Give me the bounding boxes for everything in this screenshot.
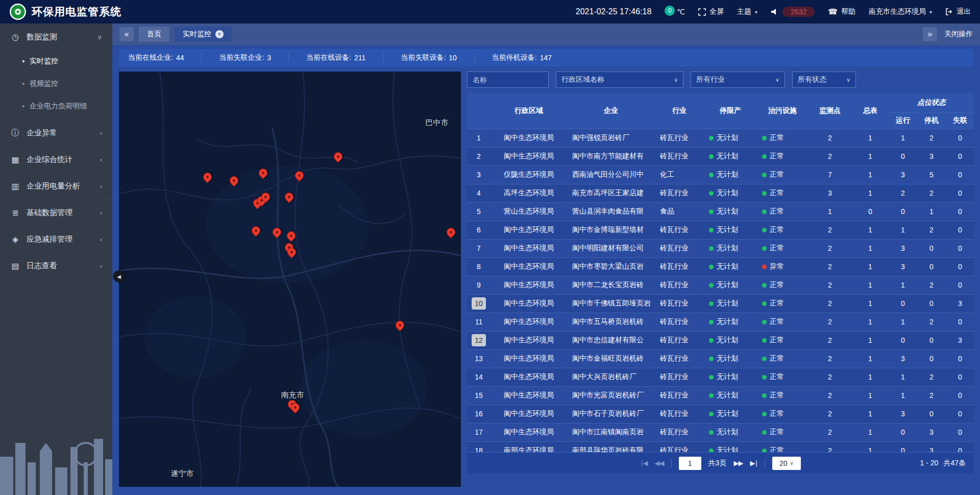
double-chevron-right-icon: »	[928, 30, 933, 39]
cell-region: 阆中生态环境局	[491, 386, 567, 405]
fullscreen-button[interactable]: 全屏	[698, 7, 724, 16]
map-pin[interactable]	[285, 193, 294, 202]
cell-offline: 0	[946, 147, 974, 166]
map-pin[interactable]	[203, 173, 212, 182]
map-canvas[interactable]: 巴中市南充市遂宁市	[119, 72, 461, 487]
map-pin-icon	[271, 226, 283, 239]
prev-page-button[interactable]: ◀◀	[655, 459, 664, 467]
map-pin[interactable]	[287, 248, 297, 257]
help-button[interactable]: ☎ 帮助	[828, 7, 855, 16]
theme-menu[interactable]: 主题 ▾	[737, 7, 757, 16]
table-row[interactable]: 9阆中生态环境局阆中市二龙长宝页岩砖砖瓦行业无计划正常21120	[467, 276, 974, 294]
cell-offline: 0	[946, 349, 974, 368]
table-row[interactable]: 17阆中生态环境局阆中市江南镇阆南页岩砖瓦行业无计划正常21030	[467, 423, 974, 441]
page-size-select[interactable]: 20 ∨	[772, 457, 801, 470]
last-page-button[interactable]: ▶∣	[750, 459, 757, 467]
cell-industry: 砖瓦行业	[655, 129, 704, 147]
cell-running: 1	[889, 313, 917, 331]
sidebar-item-enterprise-statistics[interactable]: ▦企业综合统计‹	[0, 146, 112, 173]
table-row[interactable]: 6阆中生态环境局阆中市金博瑞新型墙材砖瓦行业无计划正常21120	[467, 221, 974, 239]
map-collapse-button[interactable]: ◀	[113, 271, 125, 282]
status-dot	[709, 320, 714, 324]
next-page-button[interactable]: ▶▶	[733, 459, 743, 467]
tab-realtime-monitor[interactable]: 实时监控 ×	[175, 27, 232, 42]
table-row[interactable]: 15阆中生态环境局阆中市光富页岩机砖厂砖瓦行业无计划正常21120	[467, 386, 974, 405]
table-row[interactable]: 11阆中生态环境局阆中市五马桥页岩机砖砖瓦行业无计划正常21120	[467, 313, 974, 331]
cell-region: 阆中生态环境局	[491, 221, 567, 239]
logout-button[interactable]: 退出	[945, 7, 971, 16]
status-select[interactable]: 所有状态 ∨	[792, 72, 856, 88]
map-pin[interactable]	[252, 226, 261, 235]
city-skyline-decoration	[0, 398, 112, 495]
map-wrap: 巴中市南充市遂宁市 ◀	[119, 72, 461, 487]
table-row[interactable]: 5营山生态环境局营山县润丰肉食品有限食品无计划正常10010	[467, 202, 974, 221]
industry-select-value: 所有行业	[696, 75, 725, 84]
map-pin[interactable]	[291, 403, 300, 412]
sidebar-item-base-data-management[interactable]: ≣基础数据管理‹	[0, 199, 112, 226]
status-dot	[762, 228, 767, 232]
table-row[interactable]: 14阆中生态环境局阆中大兴页岩机砖厂砖瓦行业无计划正常21120	[467, 368, 974, 386]
table-row[interactable]: 2阆中生态环境局阆中市南方节能建材有砖瓦行业无计划正常21030	[467, 147, 974, 166]
sidebar-item-enterprise-abnormal[interactable]: ⓘ企业异常‹	[0, 120, 112, 146]
company-table-card: 行政区域 企业 行业 停限产 治污设施 监测点 总表 点位状态	[467, 93, 974, 474]
table-row[interactable]: 3仪陇生态环境局西南油气田分公司川中化工无计划正常71350	[467, 166, 974, 184]
sidebar-subitem-video-monitor[interactable]: 视频监控	[0, 73, 112, 95]
table-row[interactable]: 4高坪生态环境局南充市高坪区王家店建砖瓦行业无计划正常31220	[467, 184, 974, 202]
map-roads-decoration	[119, 72, 461, 487]
sidebar-item-emergency-reduction[interactable]: ◈应急减排管理‹	[0, 226, 112, 252]
tabs-scroll-left-button[interactable]: «	[119, 27, 134, 41]
content-area: 巴中市南充市遂宁市 ◀ 行政区域名称 ∨	[112, 66, 980, 495]
map-pin[interactable]	[447, 228, 456, 237]
sidebar-subitem-power-load-detail[interactable]: 企业电力负荷明细	[0, 95, 112, 117]
cell-company: 阆中市二龙长宝页岩砖	[567, 276, 655, 294]
cell-company: 阆中市金福旺页岩机砖	[567, 349, 655, 368]
map-pin[interactable]	[287, 231, 296, 241]
app-logo-icon	[9, 3, 27, 20]
page-number-input[interactable]: 1	[679, 457, 701, 470]
cell-company: 南充市高坪区王家店建	[567, 184, 655, 202]
org-menu[interactable]: 南充市生态环境局 ▾	[869, 7, 932, 16]
table-row[interactable]: 12阆中生态环境局阆中市忠信建材有限公砖瓦行业无计划正常21003	[467, 331, 974, 349]
table-row[interactable]: 10阆中生态环境局阆中市千佛镇五郎垭页岩砖瓦行业无计划正常21003	[467, 294, 974, 313]
cell-limit-status: 无计划	[704, 423, 757, 441]
sidebar-subitem-realtime-monitor[interactable]: 实时监控	[0, 50, 112, 73]
cell-offline: 0	[946, 129, 974, 147]
map-pin-icon	[285, 229, 298, 242]
cell-limit-status: 无计划	[704, 331, 757, 349]
map-pin[interactable]	[396, 321, 405, 330]
name-search-input[interactable]	[467, 72, 549, 88]
sidebar-item-data-monitoring[interactable]: ◷数据监测∨	[0, 23, 112, 50]
alarm-indicator[interactable]: 2632	[771, 7, 815, 17]
close-operations-button[interactable]: 关闭操作	[944, 30, 973, 39]
region-select[interactable]: 行政区域名称 ∨	[556, 72, 683, 88]
pagination-divider	[765, 459, 765, 468]
close-tab-icon[interactable]: ×	[215, 30, 224, 38]
map-pin[interactable]	[295, 171, 304, 180]
table-row[interactable]: 13阆中生态环境局阆中市金福旺页岩机砖砖瓦行业无计划正常21300	[467, 349, 974, 368]
cell-facility-status: 正常	[757, 202, 808, 221]
table-row[interactable]: 1阆中生态环境局阆中强锐页岩砖厂砖瓦行业无计划正常21120	[467, 129, 974, 147]
table-row[interactable]: 7阆中生态环境局阆中明阳建材有限公司砖瓦行业无计划正常21300	[467, 239, 974, 257]
cell-total-meters: 1	[852, 129, 889, 147]
cell-region: 营山生态环境局	[491, 202, 567, 221]
company-table-scroll[interactable]: 行政区域 企业 行业 停限产 治污设施 监测点 总表 点位状态	[467, 93, 974, 452]
sidebar-item-power-usage-analysis[interactable]: ▥企业用电量分析‹	[0, 173, 112, 199]
map-pin[interactable]	[273, 228, 282, 237]
status-dot	[709, 283, 714, 288]
table-row[interactable]: 16阆中生态环境局阆中市石子页岩机砖厂砖瓦行业无计划正常21300	[467, 405, 974, 423]
cell-total-meters: 1	[852, 294, 889, 313]
map-pin[interactable]	[230, 176, 239, 185]
sidebar-item-log-view[interactable]: ▤日志查看‹	[0, 252, 112, 279]
fullscreen-label: 全屏	[709, 7, 724, 16]
tab-home[interactable]: 首页	[139, 27, 169, 42]
industry-select[interactable]: 所有行业 ∨	[691, 72, 785, 88]
table-row[interactable]: 18南部生态环境局南部县瑞华页岩砖有限砖瓦行业无计划正常21030	[467, 441, 974, 452]
chart-icon: ▥	[10, 181, 20, 191]
map-pin[interactable]	[334, 152, 343, 161]
map-pin[interactable]	[259, 169, 268, 178]
table-row[interactable]: 8阆中生态环境局阆中市枣碧大梁山页岩砖瓦行业无计划异常21300	[467, 257, 974, 276]
first-page-button[interactable]: ∣◀	[640, 459, 648, 467]
phone-icon: ☎	[828, 7, 838, 16]
tabs-scroll-right-button[interactable]: »	[923, 27, 937, 41]
map-pin[interactable]	[261, 193, 271, 202]
